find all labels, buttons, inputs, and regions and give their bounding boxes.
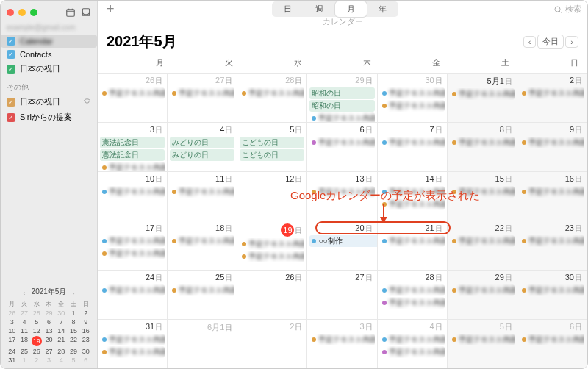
- mini-day[interactable]: 31: [7, 357, 18, 364]
- search-input[interactable]: 検索: [553, 4, 581, 15]
- mini-prev-icon[interactable]: ‹: [24, 290, 26, 297]
- event[interactable]: 予定テキスト内容13:00: [240, 87, 304, 99]
- day-cell[interactable]: 17日予定テキスト内容15:00予定テキスト内容17:40: [98, 221, 168, 270]
- day-cell[interactable]: 12日: [237, 171, 307, 221]
- prev-button[interactable]: ‹: [523, 36, 537, 48]
- day-cell[interactable]: 11日予定テキスト内容15:00: [168, 171, 237, 221]
- event[interactable]: 予定テキスト内容19:00: [450, 88, 514, 100]
- mini-day[interactable]: 15: [68, 327, 79, 334]
- mini-day[interactable]: 30: [80, 348, 91, 355]
- day-cell[interactable]: 6日予定テキスト内容: [307, 122, 377, 171]
- checkbox-icon[interactable]: ✓: [7, 37, 15, 46]
- event[interactable]: 予定テキスト内容: [380, 297, 445, 309]
- event[interactable]: 予定テキスト内容15:00: [520, 137, 584, 148]
- event[interactable]: 予定テキスト内容: [380, 334, 445, 345]
- event[interactable]: 予定テキスト内容13:00: [100, 334, 165, 345]
- day-cell[interactable]: 23日予定テキスト内容15:00: [517, 221, 587, 270]
- day-cell[interactable]: 5月1日予定テキスト内容19:00: [448, 73, 517, 122]
- event[interactable]: 予定テキスト内容: [309, 334, 374, 345]
- event[interactable]: 昭和の日: [309, 100, 374, 112]
- mini-day[interactable]: 5: [68, 357, 79, 364]
- mini-day[interactable]: 29: [43, 309, 54, 317]
- day-cell[interactable]: 6日予定テキスト内容15:30: [517, 319, 587, 368]
- event[interactable]: 予定テキスト内容19:00: [380, 100, 445, 112]
- add-event-button[interactable]: +: [104, 1, 118, 17]
- mini-day[interactable]: 30: [56, 309, 67, 317]
- day-cell[interactable]: 18日予定テキスト内容15:00: [168, 221, 237, 270]
- event[interactable]: 予定テキスト内容14:10: [380, 87, 445, 99]
- event[interactable]: 予定テキスト内容15:30: [450, 137, 514, 148]
- mini-day[interactable]: 2: [31, 357, 42, 364]
- mini-day[interactable]: 4: [56, 357, 67, 364]
- inbox-icon[interactable]: [80, 7, 91, 18]
- mini-day[interactable]: 4: [19, 318, 30, 326]
- day-cell[interactable]: 25日予定テキスト内容15:00: [168, 270, 237, 319]
- day-cell[interactable]: 2日: [237, 319, 307, 368]
- day-cell[interactable]: 29日昭和の日昭和の日予定テキスト内容9:00予定テキスト内容16:00: [307, 73, 377, 122]
- mini-day[interactable]: 28: [56, 348, 67, 355]
- event[interactable]: 予定テキスト内容15:00: [520, 284, 584, 296]
- sidebar-calendar-item[interactable]: ✓日本の祝日: [1, 61, 97, 76]
- mini-calendar[interactable]: ‹ 2021年5月 › 月火水木金土日262728293012345678910…: [1, 282, 97, 368]
- day-cell[interactable]: 21日予定テキスト内容14:10: [378, 221, 448, 270]
- day-cell[interactable]: 4日予定テキスト内容予定テキスト内容: [378, 319, 448, 368]
- mini-day[interactable]: 22: [68, 336, 79, 346]
- day-cell[interactable]: 27日予定テキスト内容11:30: [168, 73, 237, 122]
- day-cell[interactable]: 28日予定テキスト内容13:00: [237, 73, 307, 122]
- mini-day[interactable]: 27: [19, 309, 30, 317]
- event[interactable]: 予定テキスト内容15:00: [170, 186, 234, 198]
- day-cell[interactable]: 31日予定テキスト内容13:00予定テキスト内容: [98, 319, 168, 368]
- day-cell[interactable]: 14日予定テキスト内容14:10予定テキスト内容19:00: [378, 171, 448, 221]
- checkbox-icon[interactable]: ✓: [7, 65, 15, 74]
- day-cell[interactable]: 24日予定テキスト内容13:00: [98, 270, 168, 319]
- event[interactable]: 予定テキスト内容13:00: [100, 284, 165, 296]
- month-grid[interactable]: 26日予定テキスト内容14:1027日予定テキスト内容11:3028日予定テキス…: [98, 73, 587, 368]
- day-cell[interactable]: 2日予定テキスト内容19:00: [517, 73, 587, 122]
- event[interactable]: 予定テキスト内容: [100, 346, 165, 358]
- mini-day[interactable]: 27: [43, 348, 54, 355]
- mini-day[interactable]: 3: [43, 357, 54, 364]
- event[interactable]: 憲法記念日: [100, 137, 165, 148]
- sidebar-calendar-item[interactable]: ✓Calendar: [1, 35, 97, 48]
- segment-週[interactable]: 週: [304, 1, 335, 17]
- event[interactable]: 予定テキスト内容17:40: [240, 251, 304, 262]
- day-cell[interactable]: 10日予定テキスト内容13:00: [98, 171, 168, 221]
- mini-day[interactable]: 18: [19, 336, 30, 346]
- mini-day[interactable]: 28: [31, 309, 42, 317]
- checkbox-icon[interactable]: ✓: [7, 113, 15, 122]
- day-cell[interactable]: 30日予定テキスト内容15:00: [517, 270, 587, 319]
- day-cell[interactable]: 20日○○制作: [307, 221, 377, 270]
- mini-day[interactable]: 8: [68, 318, 79, 326]
- event[interactable]: ○○制作: [309, 235, 377, 247]
- day-cell[interactable]: 3日予定テキスト内容: [307, 319, 377, 368]
- mini-day[interactable]: 12: [31, 327, 42, 334]
- event[interactable]: 予定テキスト内容19:00: [380, 198, 445, 210]
- event[interactable]: みどりの日: [170, 137, 234, 148]
- mini-day[interactable]: 9: [80, 318, 91, 326]
- mini-day[interactable]: 5: [31, 318, 42, 326]
- event[interactable]: 予定テキスト内容13:00: [100, 186, 165, 198]
- segment-日[interactable]: 日: [272, 1, 304, 17]
- event[interactable]: 予定テキスト内容: [380, 137, 445, 148]
- event[interactable]: こどもの日: [240, 149, 304, 161]
- day-cell[interactable]: 7日予定テキスト内容: [378, 122, 448, 171]
- day-cell[interactable]: 3日憲法記念日憲法記念日予定テキスト内容11:30: [98, 122, 168, 171]
- mini-day[interactable]: 21: [56, 336, 67, 346]
- mini-day[interactable]: 24: [7, 348, 18, 355]
- day-cell[interactable]: 16日予定テキスト内容15:30: [517, 171, 587, 221]
- event[interactable]: 予定テキスト内容15:00: [520, 235, 584, 247]
- event[interactable]: 予定テキスト内容19:00: [450, 284, 514, 296]
- day-cell[interactable]: 22日予定テキスト内容15:30: [448, 221, 517, 270]
- calendar-icon[interactable]: [65, 7, 76, 18]
- day-cell[interactable]: 5日こどもの日こどもの日: [237, 122, 307, 171]
- mini-day[interactable]: 1: [68, 309, 79, 317]
- day-cell[interactable]: 15日予定テキスト内容19:00: [448, 171, 517, 221]
- event[interactable]: こどもの日: [240, 137, 304, 148]
- minimize-icon[interactable]: [18, 9, 26, 16]
- mini-day[interactable]: 1: [19, 357, 30, 364]
- event[interactable]: 昭和の日: [309, 87, 374, 99]
- mini-day[interactable]: 26: [31, 348, 42, 355]
- view-segmented-control[interactable]: 日週月年: [272, 1, 398, 17]
- event[interactable]: 予定テキスト内容19:00: [520, 87, 584, 99]
- mini-next-icon[interactable]: ›: [72, 290, 74, 297]
